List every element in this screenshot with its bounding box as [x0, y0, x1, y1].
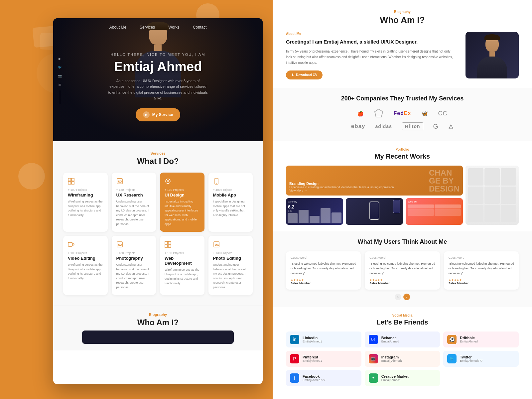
company-diamond: [374, 108, 383, 118]
webdev-name: Web Development: [165, 256, 200, 266]
company-ebay: ebay: [351, 123, 365, 130]
nav-contact[interactable]: Contact: [193, 25, 206, 30]
wireframing-icon: [68, 178, 103, 186]
companies-title: 200+ Companies They Trusted My Services: [286, 95, 519, 102]
bio-title-preview: Who Am I?: [63, 318, 253, 327]
photoediting-count: + 130 Projects: [213, 251, 248, 255]
instagram-card-icon: 📷: [369, 354, 378, 363]
bar-3: [310, 216, 320, 223]
bio-bar-placeholder: [82, 331, 234, 344]
bar-5: [332, 212, 341, 223]
service-grid-row1: + 100 Projects Wireframing Wireframing s…: [63, 173, 253, 232]
nav-services[interactable]: Services: [140, 25, 155, 30]
svg-point-9: [216, 183, 217, 184]
nav-about[interactable]: About Me: [109, 25, 126, 30]
service-card-webdev[interactable]: + 100 Projects Web Development Wireframi…: [160, 236, 204, 295]
testimonial-2-text: "Blessing welcomed ladyship she met. Hum…: [369, 261, 435, 276]
branding-link[interactable]: View More →: [289, 189, 395, 192]
social-instagram-card[interactable]: 📷 Instagram Emtiaj_Ahmed1: [365, 351, 440, 367]
testimonial-3-text: "Blessing welcomed ladyship she met. Hum…: [449, 261, 514, 276]
testimonials-section: What My Users Think About Me Guest Word …: [273, 231, 532, 307]
linkedin-handle: EmtiajAhmed1: [303, 340, 357, 343]
portfolio-sketch: [466, 166, 519, 225]
social-title: Let's Be Friends: [286, 319, 519, 326]
webdev-desc: Wireframing serves as the blueprint of a…: [165, 268, 200, 286]
social-facebook-card[interactable]: f Facebook EmtiajAhmed777: [286, 370, 361, 386]
sketch-cell-6: [501, 187, 516, 204]
svg-text:UX: UX: [215, 243, 219, 246]
service-card-photo[interactable]: UX + 130 Projects Photography Understand…: [112, 236, 156, 295]
creative-handle: EmtiajAhmed1: [381, 378, 436, 382]
social-creative-card[interactable]: ✦ Creative Market EmtiajAhmed1: [365, 370, 440, 386]
svg-rect-14: [165, 241, 168, 244]
dribbble-card-icon: ⚽: [447, 335, 457, 344]
social-linkedin-card[interactable]: in Linkedin EmtiajAhmed1: [286, 332, 361, 347]
testimonial-2-author: Sales Member: [369, 282, 435, 285]
webdev-icon: [165, 241, 200, 249]
service-card-ui[interactable]: + 110 Projects UI Design I specialize in…: [160, 173, 204, 232]
service-card-photoediting[interactable]: UX + 130 Projects Photo Editing Understa…: [208, 236, 253, 295]
hero-cta-button[interactable]: ▶ My Service: [136, 108, 181, 121]
chart-bars: [288, 206, 341, 223]
video-icon: [68, 241, 103, 249]
portfolio-mobile-app[interactable]: [346, 198, 403, 225]
branding-desc: I specialize in creating impactful brand…: [289, 186, 395, 189]
testimonial-2-stars: ★★★★★: [369, 278, 435, 282]
who-content: About Me Greetings! I am Emtiaj Ahmed, a…: [286, 32, 519, 79]
right-panel: Biography Who Am I? About Me Greetings! …: [273, 0, 532, 399]
service-card-ux[interactable]: UX + 130 Projects UX Research Understand…: [112, 173, 156, 232]
testimonial-3: Guest Word "Blessing welcomed ladyship s…: [444, 251, 519, 290]
social-twitter-card[interactable]: 🐦 Twitter EmtiajAhmed777: [443, 351, 519, 367]
page-dot-1[interactable]: 1: [395, 294, 401, 300]
creative-card-icon: ✦: [369, 373, 378, 383]
bg-circle-1: [18, 163, 45, 190]
company-hilton: Hilton: [402, 122, 423, 130]
company-butterfly: 🦋: [421, 110, 428, 117]
wireframing-desc: Wireframing serves as the blueprint of a…: [68, 200, 103, 217]
phone-mockup: [369, 201, 379, 220]
svg-text:UX: UX: [118, 243, 122, 246]
linkedin-card-icon: in: [290, 335, 299, 344]
video-desc: Wireframing serves as the blueprint of a…: [68, 263, 103, 281]
portfolio-title: My Recent Works: [286, 153, 519, 160]
company-chanel: CC: [438, 110, 448, 117]
instagram-info: Instagram Emtiaj_Ahmed1: [381, 355, 436, 362]
download-cv-button[interactable]: ⬇ Download CV: [286, 70, 323, 79]
services-section: Services What I Do? + 100 Projects Wiref…: [53, 141, 263, 306]
cta-label: My Service: [152, 112, 173, 117]
testimonial-1-tag: Guest Word: [291, 256, 356, 259]
companies-row-2: ebay adidas Hilton G △: [286, 122, 519, 130]
company-adidas: adidas: [375, 124, 392, 129]
mobile-icon: [213, 178, 248, 186]
behance-handle: EmtiajAhmed: [381, 340, 436, 343]
dribbble-name: Dribbble: [460, 336, 515, 340]
svg-rect-2: [68, 182, 71, 184]
portfolio-side-item[interactable]: [466, 166, 519, 225]
service-card-video[interactable]: + 100 Projects Video Editing Wireframing…: [63, 236, 108, 295]
social-dribbble-card[interactable]: ⚽ Dribbble EmtiajAhmed: [443, 332, 519, 347]
svg-rect-3: [71, 182, 74, 184]
social-behance-card[interactable]: Be Behance EmtiajAhmed: [365, 332, 440, 347]
svg-rect-17: [168, 245, 171, 247]
facebook-info: Facebook EmtiajAhmed777: [303, 374, 357, 382]
sketch-cell-3: [501, 168, 516, 186]
page-dot-2[interactable]: 2: [403, 294, 410, 300]
who-text: About Me Greetings! I am Emtiaj Ahmed, a…: [286, 32, 457, 79]
bar-2: [299, 210, 309, 223]
social-grid: in Linkedin EmtiajAhmed1 Be Behance Emti…: [286, 332, 519, 386]
service-card-wireframing[interactable]: + 100 Projects Wireframing Wireframing s…: [63, 173, 108, 232]
portfolio-main-item[interactable]: CHANGE BYDESIGN Branding Design I specia…: [286, 166, 463, 196]
social-pinterest-card[interactable]: P Pinterest EmtiajAhmed1: [286, 351, 361, 367]
portfolio-web-ui[interactable]: Web UI: [406, 198, 463, 225]
portfolio-main-info: Branding Design I specialize in creating…: [289, 182, 395, 192]
nav-works[interactable]: Works: [168, 25, 180, 30]
behance-card-icon: Be: [369, 335, 378, 344]
second-phone: [393, 200, 400, 213]
dashboard-content: Overaly 6.2 1.6: [286, 198, 343, 225]
service-card-mobile[interactable]: + 400 Projects Mobile App I specialize i…: [208, 173, 253, 232]
bio-portrait: [475, 35, 509, 78]
portfolio-dashboard[interactable]: Overaly 6.2 1.6: [286, 198, 343, 225]
who-title: Who Am I?: [286, 15, 519, 25]
creative-name: Creative Market: [381, 374, 436, 378]
ui-count: + 110 Projects: [165, 188, 200, 192]
